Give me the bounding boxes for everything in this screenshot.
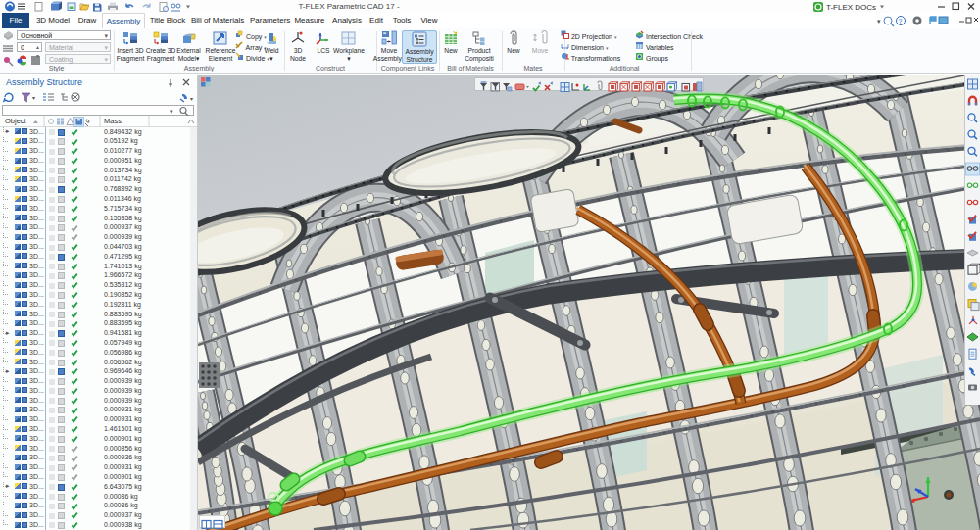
svg-text:▾: ▾ [32, 95, 35, 101]
svg-text:T-FLEX Parametric CAD 17 -: T-FLEX Parametric CAD 17 - [298, 2, 399, 11]
svg-text:▾: ▾ [170, 108, 173, 115]
svg-text:▾: ▾ [877, 18, 881, 24]
svg-text:▾: ▾ [190, 96, 193, 102]
svg-text:?: ? [899, 18, 903, 24]
svg-text:T-FLEX DOCs: T-FLEX DOCs [826, 3, 876, 12]
